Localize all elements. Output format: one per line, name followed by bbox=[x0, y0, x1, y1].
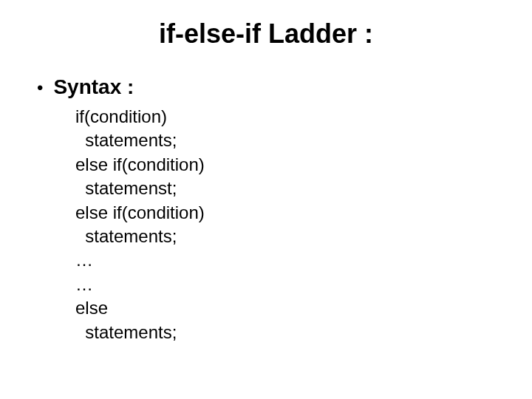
code-line: statements; bbox=[75, 225, 495, 248]
code-line: else bbox=[75, 296, 495, 320]
code-line: else if(condition) bbox=[75, 201, 495, 225]
code-line: … bbox=[75, 248, 495, 272]
code-line: statements; bbox=[75, 129, 495, 152]
code-line: if(condition) bbox=[75, 105, 495, 129]
bullet-marker: • bbox=[37, 79, 43, 97]
code-block: if(condition) statements; else if(condit… bbox=[75, 105, 495, 344]
bullet-label: Syntax : bbox=[53, 75, 134, 99]
code-line: statemenst; bbox=[75, 177, 495, 200]
bullet-item: • Syntax : bbox=[37, 75, 495, 99]
code-line: … bbox=[75, 273, 495, 296]
code-line: statements; bbox=[75, 321, 495, 344]
slide-title: if-else-if Ladder : bbox=[37, 18, 495, 50]
code-line: else if(condition) bbox=[75, 153, 495, 177]
